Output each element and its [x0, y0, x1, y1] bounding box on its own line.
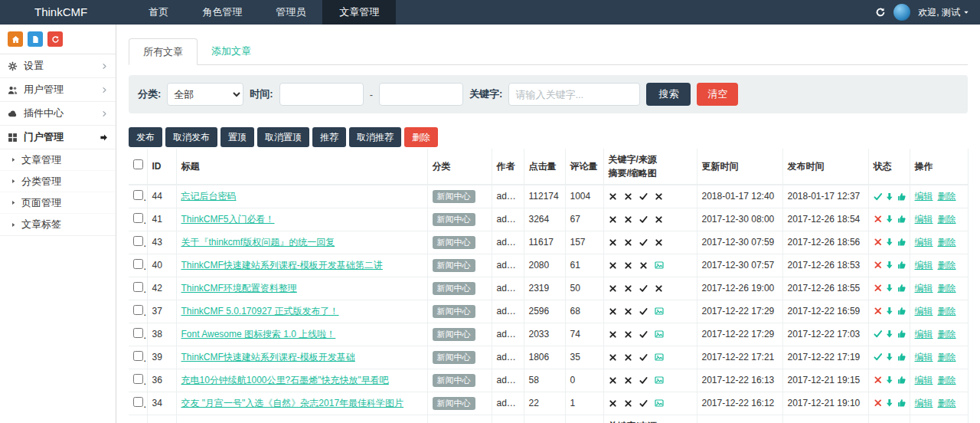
thumb-icon[interactable] [897, 238, 906, 247]
clear-button[interactable]: 清空 [697, 83, 738, 106]
delete-link[interactable]: 删除 [938, 328, 956, 341]
topbar-nav-item-home[interactable]: 首页 [132, 0, 185, 25]
topbar-nav-item-articles[interactable]: 文章管理 [322, 0, 396, 25]
down-icon[interactable] [885, 192, 894, 202]
delete-link[interactable]: 删除 [938, 351, 956, 364]
article-title-link[interactable]: ThinkCMF快速建站系列课程-模板开发基础第二讲 [181, 260, 383, 271]
edit-link[interactable]: 编辑 [915, 374, 933, 387]
search-button[interactable]: 搜索 [646, 83, 691, 106]
row-checkbox[interactable] [133, 259, 143, 269]
article-title-link[interactable]: ThinkCMF快速建站系列课程-模板开发基础 [181, 352, 355, 362]
cancel-recommend-button[interactable]: 取消推荐 [349, 127, 401, 147]
delete-link[interactable]: 删除 [938, 305, 956, 318]
user-menu[interactable]: 欢迎, 测试 [918, 6, 969, 19]
avatar[interactable] [893, 4, 910, 21]
row-checkbox[interactable] [133, 236, 143, 246]
x-icon[interactable] [874, 398, 883, 408]
row-checkbox[interactable] [133, 213, 143, 223]
sidebar-item-settings-toggle[interactable]: 设置 [0, 54, 116, 77]
category-select[interactable]: 全部 [167, 83, 243, 106]
sidebar-item-user-management-toggle[interactable]: 用户管理 [0, 78, 116, 101]
edit-link[interactable]: 编辑 [915, 397, 933, 410]
topbar-nav-item-roles[interactable]: 角色管理 [185, 0, 259, 25]
down-icon[interactable] [885, 330, 894, 339]
time-end-input[interactable] [379, 83, 463, 106]
sidebar-item-portal-management-toggle[interactable]: 门户管理 [0, 126, 116, 149]
tab-add-article[interactable]: 添加文章 [198, 38, 265, 64]
article-title-link[interactable]: 忘记后台密码 [181, 191, 237, 202]
thumb-icon[interactable] [897, 192, 906, 202]
keyword-input[interactable] [508, 83, 640, 106]
edit-link[interactable]: 编辑 [915, 305, 933, 318]
check-icon[interactable] [874, 330, 883, 339]
edit-link[interactable]: 编辑 [915, 328, 933, 341]
check-icon[interactable] [874, 352, 883, 362]
row-checkbox[interactable] [133, 374, 143, 384]
row-checkbox[interactable] [133, 351, 143, 361]
thumb-icon[interactable] [897, 284, 906, 293]
x-icon[interactable] [874, 375, 883, 385]
edit-link[interactable]: 编辑 [915, 282, 933, 295]
row-checkbox[interactable] [133, 397, 143, 407]
row-checkbox[interactable] [133, 305, 143, 315]
table-select-all-checkbox[interactable] [133, 159, 143, 169]
row-checkbox[interactable] [133, 328, 143, 338]
down-icon[interactable] [885, 261, 894, 270]
thumb-icon[interactable] [897, 352, 906, 362]
brand[interactable]: ThinkCMF [0, 0, 103, 25]
thumb-icon[interactable] [897, 375, 906, 385]
unpublish-button[interactable]: 取消发布 [165, 127, 217, 147]
edit-link[interactable]: 编辑 [915, 351, 933, 364]
recommend-button[interactable]: 推荐 [312, 127, 346, 147]
thumb-icon[interactable] [897, 398, 906, 408]
delete-link[interactable]: 删除 [938, 190, 956, 203]
sidebar-item-plugin-center-toggle[interactable]: 插件中心 [0, 102, 116, 125]
x-icon[interactable] [874, 215, 883, 224]
delete-link[interactable]: 删除 [938, 282, 956, 295]
sidebar-subitem-category-management[interactable]: 分类管理 [0, 171, 116, 192]
row-checkbox[interactable] [133, 282, 143, 292]
stick-top-button[interactable]: 置顶 [220, 127, 254, 147]
delete-button[interactable]: 删除 [404, 127, 438, 147]
thumb-icon[interactable] [897, 261, 906, 270]
article-title-link[interactable]: 交友 "月宫一号"入选《自然》杂志2017年最佳科学图片 [181, 398, 404, 408]
down-icon[interactable] [885, 352, 894, 362]
x-icon[interactable] [874, 261, 883, 270]
home-quick-button[interactable] [8, 31, 23, 47]
delete-link[interactable]: 删除 [938, 259, 956, 272]
article-title-link[interactable]: 关于『thinkcmf版权问题』的统一回复 [181, 237, 335, 248]
article-title-link[interactable]: ThinkCMF5入门必看！ [181, 214, 275, 225]
edit-link[interactable]: 编辑 [915, 190, 933, 203]
time-start-input[interactable] [279, 83, 364, 106]
down-icon[interactable] [885, 238, 894, 247]
file-quick-button[interactable] [28, 31, 43, 47]
article-title-link[interactable]: ThinkCMF环境配置资料整理 [181, 283, 297, 293]
refresh-icon[interactable] [875, 7, 886, 18]
down-icon[interactable] [885, 284, 894, 293]
thumb-icon[interactable] [897, 215, 906, 224]
refresh-quick-button[interactable] [47, 31, 63, 47]
x-icon[interactable] [874, 284, 883, 293]
x-icon[interactable] [874, 307, 883, 316]
cancel-top-button[interactable]: 取消置顶 [257, 127, 309, 147]
article-title-link[interactable]: Font Awesome 图标搜索 1.0 上线啦！ [181, 329, 336, 339]
article-title-link[interactable]: ThinkCMF 5.0.170927 正式版发布了！ [181, 306, 339, 316]
x-icon[interactable] [874, 238, 883, 247]
check-icon[interactable] [874, 192, 883, 202]
article-title-link[interactable]: 充电10分钟续航1000公里?石墨烯"快充快放"早看吧 [181, 375, 389, 385]
tab-all-articles[interactable]: 所有文章 [129, 38, 198, 65]
sidebar-subitem-article-tags[interactable]: 文章标签 [0, 214, 116, 235]
delete-link[interactable]: 删除 [938, 213, 956, 226]
delete-link[interactable]: 删除 [938, 397, 956, 410]
edit-link[interactable]: 编辑 [915, 259, 933, 272]
edit-link[interactable]: 编辑 [915, 213, 933, 226]
publish-button[interactable]: 发布 [129, 127, 162, 147]
down-icon[interactable] [885, 215, 894, 224]
delete-link[interactable]: 删除 [938, 236, 956, 249]
sidebar-subitem-article-management[interactable]: 文章管理 [0, 149, 116, 171]
down-icon[interactable] [885, 375, 894, 385]
topbar-nav-item-admins[interactable]: 管理员 [259, 0, 322, 25]
thumb-icon[interactable] [897, 307, 906, 316]
row-checkbox[interactable] [133, 190, 143, 200]
delete-link[interactable]: 删除 [938, 374, 956, 387]
